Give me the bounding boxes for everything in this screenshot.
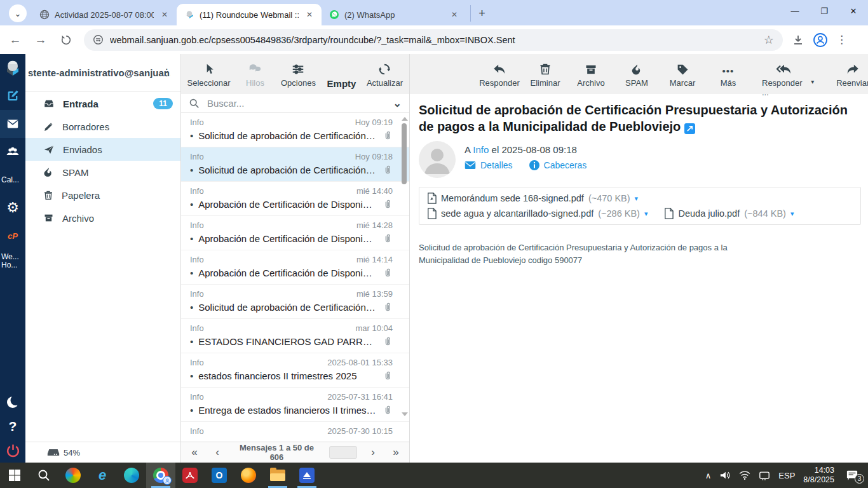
attachment-sede-agua[interactable]: sede agua y alcantarillado-signed.pdf (~… <box>427 208 648 219</box>
dark-mode-moon-icon[interactable] <box>5 395 20 410</box>
url-bar[interactable]: webmail.sanjuan.gob.ec/cpsess0054849836/… <box>84 29 783 51</box>
message-row[interactable]: Infomié 13:59 •Solicitud de aprobación d… <box>181 285 409 319</box>
notification-center-icon[interactable]: 3 <box>843 467 862 484</box>
archive-button[interactable]: Archivo <box>573 60 609 88</box>
compose-button[interactable] <box>0 82 25 110</box>
first-page-button[interactable]: « <box>187 446 201 459</box>
help-icon[interactable]: ? <box>9 419 17 434</box>
webmail-home-button[interactable]: We...Ho... <box>0 250 25 273</box>
attachment-deuda-julio[interactable]: Deuda julio.pdf (~844 KB) ▾ <box>664 208 794 219</box>
profile-avatar[interactable] <box>813 33 827 47</box>
cpanel-button[interactable]: cP <box>0 222 25 250</box>
empty-button[interactable]: Empty <box>323 60 360 89</box>
close-window-button[interactable]: ✕ <box>839 0 868 22</box>
attachment-memorandum[interactable]: Memorándum sede 168-signed.pdf (~470 KB)… <box>427 193 638 204</box>
message-row-selected[interactable]: InfoHoy 09:18 •Solicitud de aprobación d… <box>181 147 409 182</box>
prev-page-button[interactable]: ‹ <box>210 446 224 459</box>
scrollbar-thumb[interactable] <box>402 123 407 184</box>
contacts-nav-button[interactable] <box>0 138 25 166</box>
attachment-menu-caret-icon[interactable]: ▾ <box>635 194 639 203</box>
message-row[interactable]: InfoHoy 09:19 •Solicitud de aprobación d… <box>181 113 409 147</box>
select-button[interactable]: Seleccionar <box>187 60 231 88</box>
search-input[interactable] <box>206 97 387 109</box>
sidebar-item-papelera[interactable]: Papelera <box>25 184 180 207</box>
cast-icon[interactable] <box>759 471 770 480</box>
wifi-icon[interactable] <box>739 471 750 480</box>
calendar-nav-button[interactable]: Cal... <box>0 166 25 194</box>
mark-button[interactable]: Marcar <box>664 60 701 88</box>
chrome-taskbar-icon[interactable] <box>146 463 175 488</box>
logout-power-icon[interactable] <box>5 443 21 459</box>
more-button[interactable]: ••• Más <box>710 60 747 88</box>
close-tab-icon[interactable]: ✕ <box>159 9 170 20</box>
url-text[interactable]: webmail.sanjuan.gob.ec/cpsess0054849836/… <box>110 35 757 45</box>
new-tab-button[interactable]: + <box>470 5 487 22</box>
tab-search-button[interactable]: ⌄ <box>9 4 27 22</box>
message-row[interactable]: Infomar 10:04 •ESTADOS FINANCIEROS GAD P… <box>181 319 409 353</box>
volume-icon[interactable] <box>719 470 731 480</box>
message-row[interactable]: Infomié 14:28 •Aprobación de Certificaci… <box>181 216 409 250</box>
browser-menu-icon[interactable]: ⋮ <box>836 33 847 46</box>
download-icon[interactable] <box>792 34 804 46</box>
options-button[interactable]: Opciones <box>280 60 316 88</box>
reply-all-button[interactable]: Responder ... <box>762 60 806 97</box>
close-tab-icon[interactable]: ✕ <box>304 9 315 20</box>
next-page-button[interactable]: › <box>366 446 380 459</box>
account-menu-icon[interactable]: ⋮ <box>162 67 172 78</box>
edge-icon[interactable] <box>117 463 146 488</box>
tab-roundcube[interactable]: (11) Roundcube Webmail :: Envi ✕ <box>177 4 322 25</box>
attachment-menu-caret-icon[interactable]: ▾ <box>790 210 794 218</box>
scanner-app-icon[interactable] <box>292 463 322 488</box>
reply-all-caret-icon[interactable]: ▾ <box>811 78 814 85</box>
attachment-menu-caret-icon[interactable]: ▾ <box>644 210 648 218</box>
open-in-new-window-icon[interactable] <box>684 123 695 134</box>
reply-button[interactable]: Responder <box>481 60 518 88</box>
start-button[interactable] <box>0 463 29 488</box>
tab-whatsapp[interactable]: (2) WhatsApp ✕ <box>322 4 466 25</box>
close-tab-icon[interactable]: ✕ <box>449 9 460 20</box>
list-scrollbar[interactable] <box>400 113 408 442</box>
message-row[interactable]: Infomié 14:40 •Aprobación de Certificaci… <box>181 182 409 216</box>
message-row[interactable]: Info2025-07-31 16:41 •Entrega de estados… <box>181 388 409 422</box>
bookmark-star-icon[interactable]: ☆ <box>764 33 774 47</box>
refresh-list-button[interactable]: Actualizar <box>366 60 403 88</box>
scroll-up-icon[interactable] <box>402 117 408 121</box>
message-row[interactable]: Info2025-08-01 15:33 •estados financiero… <box>181 353 409 388</box>
site-settings-icon[interactable] <box>93 34 104 45</box>
forward-button[interactable]: → <box>31 30 51 50</box>
delete-button[interactable]: Eliminar <box>527 60 564 88</box>
headers-toggle[interactable]: Cabeceras <box>529 160 587 170</box>
settings-nav-button[interactable]: ⚙ <box>0 194 25 222</box>
firefox-icon[interactable] <box>234 463 263 488</box>
language-indicator[interactable]: ESP <box>778 471 795 480</box>
sidebar-item-entrada[interactable]: Entrada 11 <box>25 92 180 115</box>
threads-button[interactable]: Hilos <box>236 60 273 88</box>
page-jump-input[interactable] <box>329 446 357 459</box>
sidebar-item-borradores[interactable]: Borradores <box>25 115 180 138</box>
minimize-button[interactable]: — <box>780 0 810 22</box>
refresh-button[interactable] <box>56 30 76 50</box>
last-page-button[interactable]: » <box>389 446 403 459</box>
back-button[interactable]: ← <box>5 30 25 50</box>
message-row[interactable]: Infomié 14:14 •Aprobación de Certificaci… <box>181 250 409 285</box>
file-explorer-icon[interactable] <box>263 463 292 488</box>
mail-nav-button[interactable] <box>0 110 25 138</box>
sidebar-item-spam[interactable]: SPAM <box>25 161 180 184</box>
sidebar-item-archivo[interactable]: Archivo <box>25 207 180 229</box>
message-row[interactable]: Info2025-07-30 10:15 <box>181 422 409 442</box>
taskbar-search-icon[interactable] <box>29 463 58 488</box>
details-toggle[interactable]: Detalles <box>465 160 513 170</box>
acrobat-icon[interactable] <box>175 463 205 488</box>
internet-explorer-icon[interactable]: e <box>88 463 117 488</box>
search-options-chevron-icon[interactable]: ⌄ <box>393 97 402 109</box>
scroll-down-icon[interactable] <box>402 412 408 416</box>
tab-actividad[interactable]: Actividad 2025-08-07 08:00:00 ✕ <box>32 4 177 25</box>
clock[interactable]: 14:03 8/8/2025 <box>803 466 834 485</box>
outlook-icon[interactable]: O <box>205 463 234 488</box>
restore-button[interactable]: ❐ <box>810 0 839 22</box>
forward-button[interactable]: Reenviar <box>834 60 868 88</box>
sidebar-item-enviados[interactable]: Enviados <box>25 138 180 161</box>
spam-button[interactable]: SPAM <box>618 60 655 88</box>
copilot-icon[interactable] <box>58 463 88 488</box>
recipient-link[interactable]: Info <box>473 144 489 155</box>
